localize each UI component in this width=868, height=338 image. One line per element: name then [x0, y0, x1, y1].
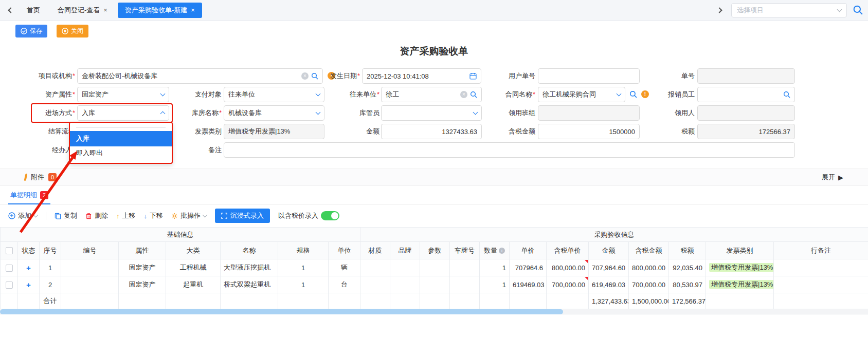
cell-unit[interactable]: 台: [329, 276, 360, 293]
clear-icon[interactable]: ×: [301, 72, 309, 80]
calendar-icon[interactable]: [469, 72, 477, 80]
cell-brand[interactable]: [390, 259, 420, 276]
expand-button[interactable]: 展开 ▶: [822, 173, 843, 182]
invoice-type-label: 发票类别: [175, 124, 222, 139]
copy-button[interactable]: 复制: [55, 211, 77, 220]
cell-name[interactable]: 大型液压挖掘机: [221, 259, 278, 276]
cell-price-tax[interactable]: 700,000.00: [547, 276, 589, 293]
row-checkbox[interactable]: [6, 281, 13, 289]
scrollbar-thumb[interactable]: [0, 309, 563, 314]
col-attr: 属性: [119, 242, 166, 259]
tax-toggle-label: 以含税价录入: [278, 211, 318, 220]
total-tax: 172,566.37: [669, 293, 706, 309]
cell-note[interactable]: [774, 276, 868, 293]
cell-price-tax[interactable]: 800,000.00: [547, 259, 589, 276]
cell-material[interactable]: [360, 276, 390, 293]
remark-label: 备注: [175, 142, 222, 158]
immersive-entry-button[interactable]: 沉浸式录入: [215, 209, 270, 223]
search-icon[interactable]: [470, 91, 477, 98]
select-all-checkbox[interactable]: [6, 247, 13, 254]
counterparty-input[interactable]: 徐工 ×: [381, 87, 482, 102]
delete-button[interactable]: 删除: [85, 211, 108, 220]
warehouse-select[interactable]: 机械设备库: [224, 105, 324, 121]
dropdown-option-in-out[interactable]: 即入即出: [70, 146, 172, 160]
contract-label: 合同名称*: [489, 87, 535, 102]
cell-amount-tax[interactable]: 700,000.00: [629, 276, 669, 293]
tax-price-toggle[interactable]: [321, 211, 339, 220]
cell-invoice[interactable]: 增值税专用发票|13%: [706, 276, 774, 293]
cell-material[interactable]: [360, 259, 390, 276]
cell-qty[interactable]: 1: [480, 259, 510, 276]
close-icon[interactable]: ×: [103, 7, 107, 13]
user-no-input[interactable]: [538, 68, 640, 84]
save-button[interactable]: 保存: [15, 25, 47, 37]
chevron-down-icon: [473, 110, 478, 115]
tabs-scroll-right-icon[interactable]: [714, 5, 725, 16]
cell-param[interactable]: [420, 276, 450, 293]
cell-name[interactable]: 桥式双梁起重机: [221, 276, 278, 293]
row-checkbox[interactable]: [6, 265, 13, 272]
doc-no-label: 单号: [648, 68, 695, 84]
add-button[interactable]: 添加: [8, 211, 38, 220]
cell-tax[interactable]: 80,530.97: [669, 276, 706, 293]
cell-seq: 1: [40, 259, 61, 276]
remark-input[interactable]: [224, 142, 795, 158]
cell-price[interactable]: 707964.6: [510, 259, 547, 276]
cell-brand[interactable]: [390, 276, 420, 293]
cell-category[interactable]: 起重机: [166, 276, 221, 293]
move-down-button[interactable]: ↓ 下移: [144, 211, 164, 220]
close-button[interactable]: 关闭: [57, 25, 88, 37]
tab-asset-receipt-new[interactable]: 资产采购验收单-新建 ×: [118, 3, 202, 18]
cell-qty[interactable]: 1: [480, 276, 510, 293]
cell-category[interactable]: 工程机械: [166, 259, 221, 276]
batch-operate-button[interactable]: 批操作: [171, 211, 207, 220]
keeper-select[interactable]: [381, 105, 482, 121]
reimburse-emp-input[interactable]: [697, 87, 795, 102]
cell-plate[interactable]: [450, 276, 480, 293]
tab-home[interactable]: 首页: [20, 3, 47, 18]
amount-input[interactable]: 1327433.63: [381, 124, 482, 139]
cell-amount[interactable]: 619,469.03: [589, 276, 629, 293]
cell-plate[interactable]: [450, 259, 480, 276]
occur-date-input[interactable]: 2025-12-03 10:41:08: [362, 68, 481, 84]
row-add-icon[interactable]: +: [26, 280, 31, 289]
cell-amount[interactable]: 707,964.60: [589, 259, 629, 276]
search-icon[interactable]: [853, 5, 863, 15]
search-icon[interactable]: [629, 90, 637, 98]
cell-price[interactable]: 619469.03: [510, 276, 547, 293]
tab-detail-list[interactable]: 单据明细 2: [8, 186, 50, 204]
dropdown-option-inbound[interactable]: 入库: [70, 131, 172, 146]
cell-attr[interactable]: 固定资产: [119, 276, 166, 293]
cell-unit[interactable]: 辆: [329, 259, 360, 276]
tab-contract-view[interactable]: 合同登记-查看 ×: [50, 3, 115, 18]
cell-note[interactable]: [774, 259, 868, 276]
cell-param[interactable]: [420, 259, 450, 276]
total-label: 合计: [40, 293, 61, 309]
row-add-icon[interactable]: +: [26, 264, 31, 272]
tabs-scroll-left-icon[interactable]: [5, 5, 16, 16]
asset-attr-select[interactable]: 固定资产: [77, 87, 169, 102]
cell-invoice[interactable]: 增值税专用发票|13%: [706, 259, 774, 276]
project-org-input[interactable]: 金桥装配公司-机械设备库 ×: [77, 68, 323, 84]
clear-icon[interactable]: ×: [460, 91, 467, 98]
cell-attr[interactable]: 固定资产: [119, 259, 166, 276]
pay-target-select[interactable]: 往来单位: [224, 87, 324, 102]
search-icon[interactable]: [783, 91, 790, 98]
table-row: + 1 固定资产 工程机械 大型液压挖掘机 1 辆 1 707964.6 800…: [1, 259, 868, 276]
amount-tax-input[interactable]: 1500000: [538, 124, 640, 139]
cell-spec[interactable]: 1: [278, 259, 329, 276]
contract-select[interactable]: 徐工机械采购合同: [538, 87, 625, 102]
cell-num[interactable]: [61, 276, 119, 293]
entry-mode-select[interactable]: 入库: [77, 105, 169, 121]
project-select[interactable]: 选择项目: [731, 3, 847, 17]
warning-icon[interactable]: !: [641, 90, 649, 98]
cell-num[interactable]: [61, 259, 119, 276]
chevron-down-icon: [837, 7, 842, 12]
recv-person-input: [697, 105, 795, 121]
cell-spec[interactable]: 1: [278, 276, 329, 293]
select-all-cell: [1, 242, 18, 259]
cell-tax[interactable]: 92,035.40: [669, 259, 706, 276]
cell-amount-tax[interactable]: 800,000.00: [629, 259, 669, 276]
move-up-button[interactable]: ↑ 上移: [116, 211, 136, 220]
close-icon[interactable]: ×: [191, 7, 195, 13]
